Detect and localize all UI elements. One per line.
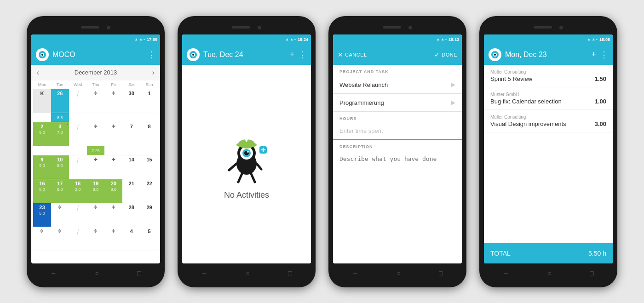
cal-cell-3[interactable]: 37.0 <box>51 122 69 146</box>
activity-name-1: Sprint 5 Review <box>490 75 532 82</box>
cal-cell-8[interactable]: 8 <box>140 122 158 146</box>
add-icon-2[interactable]: + <box>289 50 294 59</box>
cal-cell-21[interactable]: 21 <box>122 179 140 203</box>
header-date-4: Mon, Dec 23 <box>505 51 587 59</box>
cal-cell-15[interactable]: 15 <box>140 155 158 179</box>
calendar-header: ‹ December 2013 › <box>31 65 160 80</box>
battery-icon-4: ▪ <box>596 37 598 41</box>
wifi-icon-3: ▲ <box>436 37 440 41</box>
signal-icon-2: ▲ <box>290 37 293 41</box>
cal-cell-4[interactable]: 4 <box>122 227 140 251</box>
more-icon-2[interactable]: ⋮ <box>298 50 306 60</box>
back-btn-1[interactable]: ← <box>51 269 57 277</box>
cal-cell-1[interactable]: 1 <box>140 89 158 113</box>
form-screen: PROJECT AND TASK Website Relaunch ▶ Prog… <box>333 65 462 263</box>
battery-icon-2: ▪ <box>294 37 296 41</box>
cal-cell-26[interactable]: 26 <box>51 89 69 113</box>
cal-cell-9[interactable]: 99.0 <box>33 155 51 179</box>
phone-3: ▲ ▲ ▪ 18:13 ✕ CANCEL ✓ DONE PROJECT AND … <box>328 16 466 287</box>
home-btn-4[interactable]: ○ <box>548 269 552 277</box>
phone-top-1 <box>31 21 160 34</box>
recent-btn-4[interactable]: □ <box>590 269 593 277</box>
recent-btn-2[interactable]: □ <box>288 269 292 277</box>
more-icon-4[interactable]: ⋮ <box>600 50 608 60</box>
more-icon-1[interactable]: ⋮ <box>147 50 155 60</box>
cal-cell-29[interactable]: 29 <box>140 203 158 227</box>
activity-hours-1: 1.50 <box>595 75 606 82</box>
cancel-label[interactable]: CANCEL <box>345 52 367 57</box>
home-btn-3[interactable]: ○ <box>397 269 401 277</box>
cal-cell-slash1: / <box>69 89 87 113</box>
cal-cell-plane2: ✈ <box>104 89 122 113</box>
svg-point-2 <box>41 54 43 56</box>
app-title-1: MOCO <box>52 51 144 59</box>
cal-cell-7[interactable]: 7 <box>122 122 140 146</box>
cal-cell-18[interactable]: 182.0 <box>69 179 87 203</box>
description-input[interactable] <box>333 151 462 188</box>
app-logo-4 <box>489 48 501 61</box>
hours-input[interactable] <box>333 123 462 140</box>
phone-2: ▲ ▲ ▪ 18:24 Tue, Dec 24 + ⋮ <box>178 16 316 287</box>
activity-hours-3: 3.00 <box>595 120 606 127</box>
svg-point-25 <box>494 54 496 56</box>
svg-point-5 <box>192 54 194 56</box>
cal-cell-16[interactable]: 168.0 <box>33 179 51 203</box>
cal-cell-22[interactable]: 22 <box>140 179 158 203</box>
cal-cell-20[interactable]: 208.0 <box>104 179 122 203</box>
cal-cell-slash5: / <box>69 227 87 251</box>
recent-btn-1[interactable]: □ <box>137 269 141 277</box>
project-field[interactable]: Website Relaunch ▶ <box>333 76 462 94</box>
activity-client-2: Muster GmbH <box>490 92 606 97</box>
speaker-1 <box>81 26 99 29</box>
phone-bottom-3: ← ○ □ <box>333 263 462 283</box>
status-time-1: 17:59 <box>147 37 157 42</box>
cal-cell-plane4: ✈ <box>104 122 122 146</box>
svg-line-18 <box>238 174 242 182</box>
cal-cell-slash4: / <box>69 203 87 227</box>
cal-cell-5[interactable]: 5 <box>140 227 158 251</box>
phone-1: ▲ ▲ ▪ 17:59 MOCO ⋮ <box>27 16 165 287</box>
activity-item-2[interactable]: Muster GmbH Bug fix: Calendar selection … <box>484 87 613 110</box>
back-btn-2[interactable]: ← <box>201 269 208 277</box>
phone-bottom-1: ← ○ □ <box>31 263 160 283</box>
cal-cell-plane7: ✈ <box>51 203 69 227</box>
home-btn-2[interactable]: ○ <box>246 269 250 277</box>
activity-row-1: Sprint 5 Review 1.50 <box>490 75 606 82</box>
done-label[interactable]: DONE <box>442 52 457 57</box>
status-bar-4: ▲ ▲ ▪ 18:08 <box>484 34 613 45</box>
cal-cell[interactable]: K <box>33 89 51 113</box>
recent-btn-3[interactable]: □ <box>439 269 443 277</box>
cal-cell-plane12: ✈ <box>87 227 105 251</box>
cal-subrow-1: 8.5 <box>33 113 158 122</box>
no-activities-label: No Activities <box>224 190 269 200</box>
task-field[interactable]: Programmierung ▶ <box>333 94 462 112</box>
phone-bottom-2: ← ○ □ <box>182 263 311 283</box>
cal-cell-23[interactable]: 235.0 <box>33 203 51 227</box>
cal-cell-19[interactable]: 198.0 <box>87 179 105 203</box>
cal-cell-10[interactable]: 108.0 <box>51 155 69 179</box>
section-project-label: PROJECT AND TASK <box>333 65 462 76</box>
total-hours: 5.50 h <box>588 250 606 257</box>
add-icon-4[interactable]: + <box>591 50 596 59</box>
prev-month-btn[interactable]: ‹ <box>37 69 39 77</box>
phone-screen-4: ▲ ▲ ▪ 18:08 Mon, Dec 23 + ⋮ <box>484 34 613 263</box>
status-time-2: 18:24 <box>298 37 308 42</box>
activity-item-1[interactable]: Müller Consulting Sprint 5 Review 1.50 <box>484 65 613 87</box>
next-month-btn[interactable]: › <box>152 69 155 77</box>
cal-cell-28[interactable]: 28 <box>122 203 140 227</box>
back-btn-3[interactable]: ← <box>352 269 359 277</box>
home-btn-1[interactable]: ○ <box>95 269 99 277</box>
activity-row-2: Bug fix: Calendar selection 1.00 <box>490 98 606 105</box>
cal-week-5: 235.0 ✈ / ✈ ✈ 28 29 <box>33 203 158 227</box>
cal-cell-2[interactable]: 29.0 <box>33 122 51 146</box>
cal-cell-30[interactable]: 30 <box>122 89 140 113</box>
back-btn-4[interactable]: ← <box>503 269 510 277</box>
wifi-icon-4: ▲ <box>587 37 591 41</box>
activity-item-3[interactable]: Müller Consulting Visual Design improvem… <box>484 110 613 132</box>
day-wed: Wed <box>69 82 87 87</box>
moco-logo-icon <box>38 51 46 59</box>
cal-cell-plane3: ✈ <box>87 122 105 146</box>
cal-cell-17[interactable]: 178.0 <box>51 179 69 203</box>
cal-cell-14[interactable]: 14 <box>122 155 140 179</box>
cal-cell-slash3: / <box>69 155 87 179</box>
